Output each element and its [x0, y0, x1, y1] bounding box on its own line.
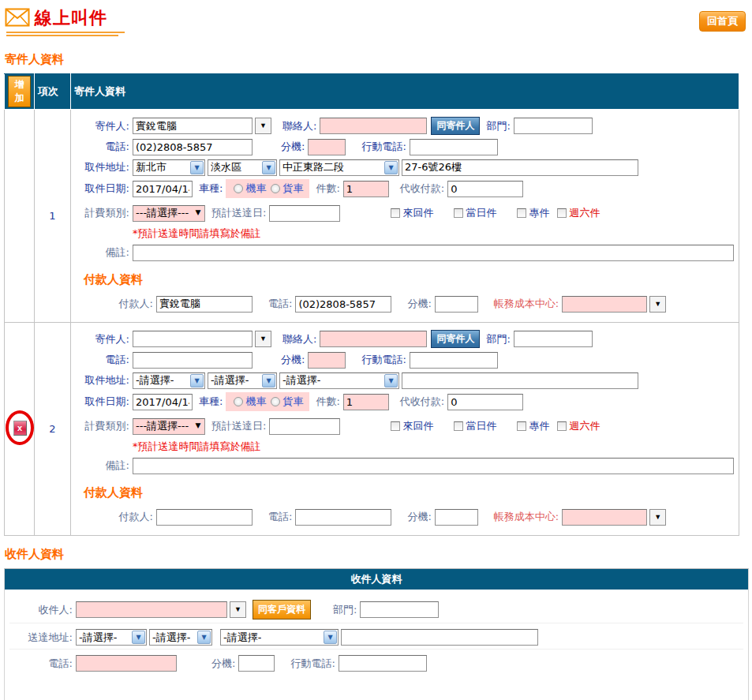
- payer-phone-input[interactable]: [295, 296, 391, 313]
- address-road-select[interactable]: 中正東路二段 ▼: [279, 159, 399, 176]
- fee-type-select[interactable]: ---請選擇--- ▼: [133, 205, 205, 222]
- delivery-detail-input[interactable]: [341, 629, 538, 646]
- contact-input[interactable]: [320, 331, 427, 347]
- cod-input[interactable]: [447, 181, 523, 197]
- receiver-box: 收件人資料 收件人: ▼ 同客戶資料 部門: 送達地址: -請選擇- ▼ -請選…: [4, 568, 749, 700]
- receiver-dropdown-button[interactable]: ▼: [230, 601, 246, 618]
- row2-index: 2: [35, 323, 71, 536]
- payer-input[interactable]: [156, 509, 253, 526]
- roundtrip-label: 來回件: [402, 419, 433, 433]
- roundtrip-checkbox[interactable]: [391, 421, 400, 431]
- phone-input[interactable]: [133, 139, 253, 155]
- eta-input[interactable]: [269, 205, 340, 222]
- eta-input[interactable]: [269, 418, 340, 435]
- receiver-phone-input[interactable]: [76, 655, 177, 672]
- saturday-checkbox[interactable]: [557, 421, 567, 431]
- vehicle-motorcycle-radio[interactable]: [234, 397, 243, 406]
- select-arrow-icon: ▼: [190, 161, 204, 174]
- pickup-address-label: 取件地址:: [73, 373, 129, 387]
- pickup-date-input[interactable]: [133, 181, 193, 197]
- sender-table: 增加 項次 寄件人資料 1 寄件人: ▼ 聯絡人: 同寄件人 部門: 電話: 分…: [4, 73, 739, 536]
- contact-input[interactable]: [320, 118, 427, 134]
- vehicle-truck-radio[interactable]: [271, 397, 280, 406]
- same-as-customer-button[interactable]: 同客戶資料: [253, 600, 311, 620]
- remark-input[interactable]: [133, 245, 734, 261]
- address-detail-input[interactable]: [402, 372, 638, 389]
- delivery-city-select[interactable]: -請選擇- ▼: [76, 629, 147, 646]
- quantity-input[interactable]: [343, 181, 389, 197]
- express-checkbox[interactable]: [517, 421, 526, 431]
- select-arrow-icon: ▼: [193, 207, 204, 220]
- sameday-checkbox[interactable]: [454, 421, 463, 431]
- receiver-phone-label: 電話:: [9, 657, 73, 671]
- mobile-input[interactable]: [410, 139, 498, 155]
- payer-ext-label: 分機:: [407, 297, 431, 311]
- cost-center-input[interactable]: [562, 296, 647, 313]
- add-row-button[interactable]: 增加: [8, 76, 31, 107]
- payer-phone-input[interactable]: [295, 509, 391, 526]
- remark-label: 備註:: [73, 459, 129, 473]
- vehicle-motorcycle-label: 機車: [245, 395, 266, 409]
- sameday-label: 當日件: [466, 419, 496, 433]
- sender-name-input[interactable]: [133, 331, 253, 347]
- receiver-ext-input[interactable]: [238, 655, 275, 672]
- roundtrip-label: 來回件: [402, 206, 433, 220]
- fee-type-select[interactable]: ---請選擇--- ▼: [133, 418, 205, 435]
- delete-row-button[interactable]: x: [13, 421, 27, 436]
- dropdown-arrow-icon: ▼: [234, 605, 241, 613]
- sender-dropdown-button[interactable]: ▼: [255, 331, 271, 347]
- cost-center-input[interactable]: [562, 509, 647, 526]
- delivery-address-label: 送達地址:: [9, 631, 73, 645]
- same-as-sender-button[interactable]: 同寄件人: [431, 330, 480, 348]
- address-district-select[interactable]: 淡水區 ▼: [208, 159, 277, 176]
- home-button[interactable]: 回首頁: [699, 11, 746, 32]
- receiver-mobile-input[interactable]: [339, 655, 427, 672]
- quantity-input[interactable]: [343, 394, 389, 410]
- sender-section-heading: 寄件人資料: [5, 52, 752, 67]
- dept-input[interactable]: [514, 118, 593, 134]
- payer-ext-input[interactable]: [435, 509, 478, 526]
- payer-ext-input[interactable]: [435, 296, 478, 313]
- pickup-date-input[interactable]: [133, 394, 193, 410]
- vehicle-motorcycle-radio[interactable]: [234, 184, 243, 193]
- quantity-label: 件數:: [316, 395, 339, 409]
- address-city-select[interactable]: 新北市 ▼: [133, 159, 205, 176]
- cost-center-dropdown-button[interactable]: ▼: [649, 509, 666, 526]
- sender-dropdown-button[interactable]: ▼: [255, 118, 271, 134]
- address-city-select[interactable]: -請選擇- ▼: [133, 372, 205, 389]
- saturday-checkbox[interactable]: [557, 208, 567, 218]
- receiver-ext-label: 分機:: [211, 657, 235, 671]
- dept-input[interactable]: [514, 331, 593, 347]
- select-arrow-icon: ▼: [262, 161, 275, 174]
- delivery-road-select[interactable]: -請選擇- ▼: [220, 629, 339, 646]
- roundtrip-checkbox[interactable]: [391, 208, 400, 218]
- express-checkbox[interactable]: [517, 208, 526, 218]
- vehicle-truck-radio[interactable]: [271, 184, 280, 193]
- address-district-select[interactable]: -請選擇- ▼: [208, 372, 277, 389]
- phone-input[interactable]: [133, 352, 253, 369]
- ext-input[interactable]: [308, 352, 346, 369]
- receiver-name-input[interactable]: [76, 601, 227, 618]
- address-road-select[interactable]: -請選擇- ▼: [279, 372, 399, 389]
- sender-name-input[interactable]: [133, 118, 253, 134]
- cost-center-label: 帳務成本中心:: [494, 297, 559, 311]
- same-as-sender-button[interactable]: 同寄件人: [431, 117, 480, 135]
- page-title: 線上叫件: [35, 8, 107, 28]
- ext-input[interactable]: [308, 139, 346, 155]
- remark-input[interactable]: [133, 458, 734, 474]
- receiver-dept-input[interactable]: [360, 601, 439, 618]
- cod-input[interactable]: [447, 394, 523, 410]
- column-header-index: 項次: [35, 74, 71, 110]
- saturday-label: 週六件: [569, 419, 600, 433]
- quantity-label: 件數:: [316, 182, 339, 196]
- payer-input[interactable]: [156, 296, 253, 313]
- cod-label: 代收付款:: [400, 395, 444, 409]
- cost-center-dropdown-button[interactable]: ▼: [649, 296, 666, 313]
- phone-label: 電話:: [73, 353, 129, 367]
- select-arrow-icon: ▼: [384, 161, 398, 174]
- sameday-checkbox[interactable]: [454, 208, 463, 218]
- sender-label: 寄件人:: [73, 332, 129, 346]
- delivery-district-select[interactable]: -請選擇- ▼: [149, 629, 212, 646]
- mobile-input[interactable]: [410, 352, 498, 369]
- address-detail-input[interactable]: [402, 159, 638, 176]
